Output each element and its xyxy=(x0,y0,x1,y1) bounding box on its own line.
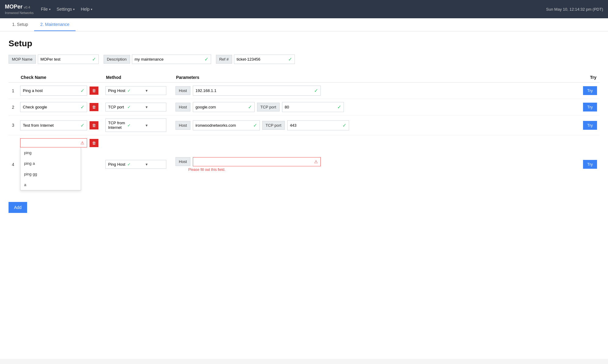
ref-input[interactable] xyxy=(237,57,287,62)
try-cell: Try xyxy=(575,83,599,99)
app-company: Ironwood Networks xyxy=(5,11,34,15)
col-method-header: Method xyxy=(103,72,173,83)
mop-name-field: MOP Name ✓ xyxy=(9,55,99,64)
nav-help[interactable]: Help ▾ xyxy=(81,7,92,12)
tab-maintenance[interactable]: 2. Maintenance xyxy=(34,18,76,31)
chevron-down-icon: ▾ xyxy=(146,105,164,109)
setup-fields-row: MOP Name ✓ Description ✓ Ref # ✓ xyxy=(9,55,599,64)
add-button[interactable]: Add xyxy=(9,202,27,213)
main-content: Setup MOP Name ✓ Description ✓ Ref # ✓ xyxy=(0,31,608,359)
host-param-input-wrapper[interactable]: ✓ xyxy=(193,102,255,112)
method-select-wrapper[interactable]: TCP from Internet ✓ ▾ xyxy=(105,118,166,132)
autocomplete-item[interactable]: ping a xyxy=(20,158,81,169)
ref-field: Ref # ✓ xyxy=(216,55,295,64)
delete-button[interactable]: 🗑 xyxy=(90,121,98,129)
tcp-port-param-label: TCP port xyxy=(257,103,280,111)
autocomplete-item[interactable]: ping xyxy=(20,147,81,158)
tab-setup[interactable]: 1. Setup xyxy=(6,18,34,31)
check-name-input-wrapper[interactable]: ✓ xyxy=(20,120,87,130)
table-row: 2 ✓ 🗑 TCP port ✓ ▾ xyxy=(9,99,599,115)
chevron-down-icon: ▾ xyxy=(146,88,164,93)
check-name-cell: ✓ 🗑 xyxy=(18,99,103,115)
chevron-down-icon: ▾ xyxy=(49,8,51,11)
table-row: 1 ✓ 🗑 Ping Host ✓ ▾ xyxy=(9,83,599,99)
ref-input-wrapper[interactable]: ✓ xyxy=(234,55,295,64)
method-cell: TCP from Internet ✓ ▾ xyxy=(103,115,173,135)
tcp-port-param-input-wrapper[interactable]: ✓ xyxy=(287,120,349,130)
main-nav: File ▾ Settings ▾ Help ▾ xyxy=(41,7,546,12)
check-name-input[interactable] xyxy=(23,123,79,128)
check-name-input[interactable] xyxy=(23,141,79,145)
host-param-label: Host xyxy=(175,103,190,111)
tcp-port-param-input-wrapper[interactable]: ✓ xyxy=(282,102,344,112)
host-param-label: Host xyxy=(175,86,190,95)
check-valid-icon: ✓ xyxy=(253,122,257,128)
host-param-input[interactable] xyxy=(196,123,252,128)
col-try-header: Try xyxy=(575,72,599,83)
row-number: 1 xyxy=(9,83,18,99)
tcp-port-param-input[interactable] xyxy=(285,105,336,109)
method-value: Ping Host xyxy=(108,162,126,167)
check-table: Check Name Method Parameters Try 1 ✓ 🗑 xyxy=(9,72,599,193)
check-name-cell: ✓ 🗑 xyxy=(18,83,103,99)
row-number: 4 xyxy=(9,135,18,194)
description-input-wrapper[interactable]: ✓ xyxy=(132,55,211,64)
mop-name-input[interactable] xyxy=(41,57,91,62)
method-select-wrapper[interactable]: TCP port ✓ ▾ xyxy=(105,103,166,111)
check-valid-icon: ✓ xyxy=(127,105,145,109)
method-value: TCP port xyxy=(108,105,126,109)
autocomplete-item[interactable]: ping gg xyxy=(20,169,81,179)
app-header: MOPer v0.4 Ironwood Networks File ▾ Sett… xyxy=(0,0,608,18)
chevron-down-icon: ▾ xyxy=(146,123,164,128)
col-check-name-header: Check Name xyxy=(18,72,103,83)
check-valid-icon: ✓ xyxy=(92,56,96,62)
chevron-down-icon: ▾ xyxy=(146,162,164,167)
try-button[interactable]: Try xyxy=(583,86,597,95)
method-select-wrapper[interactable]: Ping Host ✓ ▾ xyxy=(105,86,166,95)
tcp-port-param-input[interactable] xyxy=(290,123,341,128)
method-select-wrapper[interactable]: Ping Host ✓ ▾ xyxy=(105,160,166,169)
try-button[interactable]: Try xyxy=(583,121,597,130)
method-value: Ping Host xyxy=(108,88,126,93)
params-cell: Host ✓ TCP port ✓ xyxy=(173,99,575,115)
autocomplete-dropdown: ping ping a ping gg a xyxy=(20,147,81,190)
mop-name-input-wrapper[interactable]: ✓ xyxy=(38,55,99,64)
error-icon: ⚠ xyxy=(314,159,318,164)
host-param-label: Host xyxy=(175,157,190,166)
nav-settings[interactable]: Settings ▾ xyxy=(57,7,75,12)
check-name-input[interactable] xyxy=(23,88,79,93)
delete-button[interactable]: 🗑 xyxy=(90,139,98,147)
autocomplete-item[interactable]: a xyxy=(20,179,81,190)
method-cell: TCP port ✓ ▾ xyxy=(103,99,173,115)
nav-file[interactable]: File ▾ xyxy=(41,7,51,12)
try-button[interactable]: Try xyxy=(583,160,597,169)
host-param-input-wrapper[interactable]: ⚠ xyxy=(193,157,321,166)
check-name-input-wrapper[interactable]: ✓ xyxy=(20,86,87,96)
tcp-port-param-label: TCP port xyxy=(262,121,285,130)
app-name: MOPer xyxy=(5,3,23,10)
check-name-input-wrapper[interactable]: ✓ xyxy=(20,102,87,112)
delete-button[interactable]: 🗑 xyxy=(90,103,98,111)
check-valid-icon: ✓ xyxy=(337,104,341,110)
host-param-input-wrapper[interactable]: ✓ xyxy=(193,120,260,130)
description-label: Description xyxy=(104,55,130,64)
method-value: TCP from Internet xyxy=(108,121,126,130)
host-param-input[interactable] xyxy=(196,159,313,164)
check-valid-icon: ✓ xyxy=(80,88,84,94)
host-param-input[interactable] xyxy=(196,88,313,93)
try-button[interactable]: Try xyxy=(583,103,597,111)
delete-button[interactable]: 🗑 xyxy=(90,87,98,95)
params-cell: Host ✓ TCP port ✓ xyxy=(173,115,575,135)
host-param-input-wrapper[interactable]: ✓ xyxy=(193,86,321,96)
host-param-input[interactable] xyxy=(196,105,247,109)
check-name-cell: ✓ 🗑 xyxy=(18,115,103,135)
params-cell: Host ⚠ Please fill out this field. xyxy=(173,135,575,194)
try-cell: Try xyxy=(575,115,599,135)
check-name-input[interactable] xyxy=(23,105,79,109)
app-version: v0.4 xyxy=(24,5,30,9)
check-valid-icon: ✓ xyxy=(342,122,346,128)
description-input[interactable] xyxy=(135,57,203,62)
col-params-header: Parameters xyxy=(173,72,575,83)
check-name-input-wrapper[interactable]: ⚠ xyxy=(20,138,87,147)
page-title: Setup xyxy=(9,39,599,48)
